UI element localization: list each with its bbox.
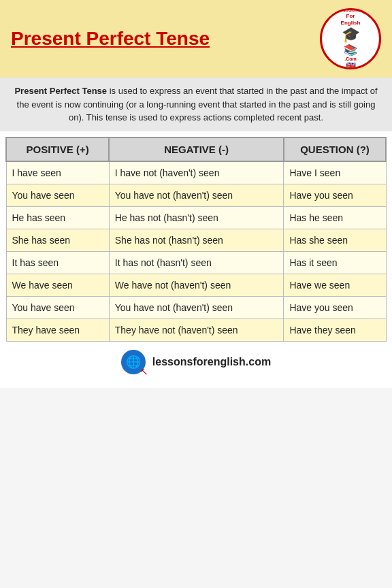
table-cell: It has not (hasn't) seen [109,251,284,274]
table-cell: You have not (haven't) seen [109,184,284,206]
table-row: You have seenYou have not (haven't) seen… [6,184,386,206]
table-header-row: POSITIVE (+) NEGATIVE (-) QUESTION (?) [6,137,386,161]
table-cell: You have seen [6,184,109,206]
col-header-negative: NEGATIVE (-) [109,137,284,161]
col-header-positive: POSITIVE (+) [6,137,109,161]
flag-icon: 🇬🇧 [346,61,356,69]
col-header-question: QUESTION (?) [284,137,386,161]
globe-icon: 🌐 ↖ [121,350,146,374]
table-cell: You have not (haven't) seen [109,296,284,318]
table-cell: They have not (haven't) seen [109,318,284,341]
table-row: We have seenWe have not (haven't) seenHa… [6,274,386,296]
table-row: You have seenYou have not (haven't) seen… [6,296,386,318]
table-row: He has seenHe has not (hasn't) seenHas h… [6,206,386,229]
table-cell: They have seen [6,318,109,341]
table-cell: We have seen [6,274,109,296]
table-cell: Have you seen [284,296,386,318]
table-cell: I have not (haven't) seen [109,161,284,184]
header: Present Perfect Tense LessonsForEnglish … [0,0,392,78]
description-box: Present Perfect Tense is used to express… [0,78,392,131]
table-cell: You have seen [6,296,109,318]
books-icon: 📚 [344,44,357,56]
table-cell: We have not (haven't) seen [109,274,284,296]
table-cell: He has seen [6,206,109,229]
table-cell: She has not (hasn't) seen [109,229,284,251]
table-row: They have seenThey have not (haven't) se… [6,318,386,341]
logo-text-top: LessonsForEnglish [340,8,361,26]
table-cell: It has seen [6,251,109,274]
table-cell: Have I seen [284,161,386,184]
table-cell: She has seen [6,229,109,251]
cursor-icon: ↖ [140,366,148,377]
table-cell: Have you seen [284,184,386,206]
footer: 🌐 ↖ lessonsforenglish.com [0,342,392,377]
logo: LessonsForEnglish 🎓 📚 .Com 🇬🇧 [320,8,381,69]
table-cell: He has not (hasn't) seen [109,206,284,229]
table-row: It has seenIt has not (hasn't) seenHas i… [6,251,386,274]
table-row: I have seenI have not (haven't) seenHave… [6,161,386,184]
table-cell: I have seen [6,161,109,184]
table-cell: Has she seen [284,229,386,251]
description-bold: Present Perfect Tense [14,86,107,96]
page-wrapper: Present Perfect Tense LessonsForEnglish … [0,0,392,388]
footer-url: lessonsforenglish.com [152,356,271,368]
table-cell: Have we seen [284,274,386,296]
table-row: She has seenShe has not (hasn't) seenHas… [6,229,386,251]
table-cell: Has it seen [284,251,386,274]
tense-table: POSITIVE (+) NEGATIVE (-) QUESTION (?) I… [5,137,387,342]
hat-icon: 🎓 [342,26,360,44]
table-cell: Have they seen [284,318,386,341]
page-title: Present Perfect Tense [11,28,320,50]
table-cell: Has he seen [284,206,386,229]
